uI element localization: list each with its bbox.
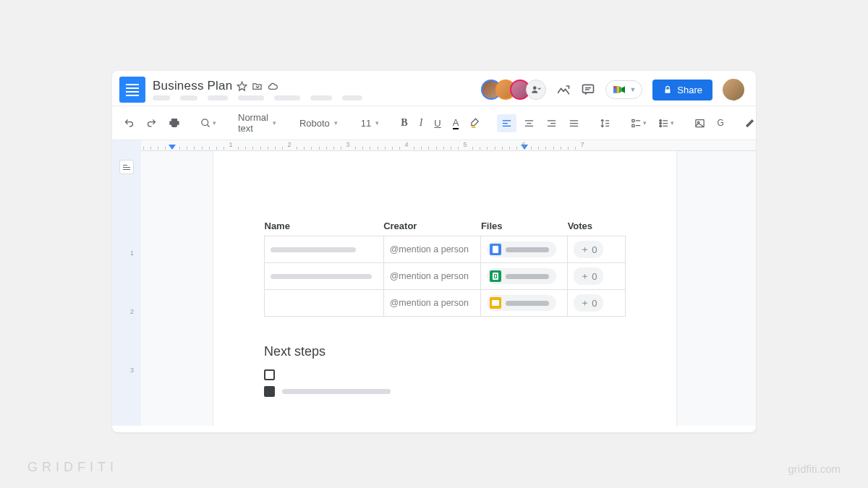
- slides-file-icon: [490, 297, 501, 309]
- next-steps-heading[interactable]: Next steps: [264, 344, 626, 359]
- highlight-button[interactable]: [466, 114, 485, 132]
- document-area: 123 Name Creator Files Votes @mention a …: [112, 151, 756, 426]
- profile-avatar-icon[interactable]: [723, 79, 744, 100]
- line-spacing-button[interactable]: [595, 114, 615, 132]
- text-color-button[interactable]: A: [448, 114, 464, 133]
- checklist-item[interactable]: [264, 386, 626, 397]
- insert-image-button[interactable]: [690, 114, 710, 132]
- move-folder-icon[interactable]: [252, 81, 263, 92]
- svg-rect-5: [665, 89, 671, 93]
- ruler-h-label: 5: [463, 141, 467, 148]
- checkbox-checked-icon[interactable]: [264, 386, 275, 397]
- vote-chip[interactable]: ＋0: [574, 241, 603, 258]
- editing-mode-button[interactable]: ▾: [740, 114, 756, 132]
- style-dropdown[interactable]: Normal text▾: [232, 109, 282, 137]
- col-header-files: Files: [481, 216, 568, 236]
- watermark-url: gridfiti.com: [788, 463, 841, 475]
- table-row[interactable]: @mention a person ＋0: [265, 236, 626, 263]
- lock-icon: [663, 85, 673, 95]
- col-header-name: Name: [265, 216, 384, 236]
- align-left-button[interactable]: [497, 114, 516, 132]
- mention-cell[interactable]: @mention a person: [383, 290, 481, 317]
- plus-icon: ＋: [580, 296, 590, 309]
- vote-chip[interactable]: ＋0: [574, 294, 603, 312]
- watermark-logo: GRIDFITI: [27, 460, 118, 475]
- svg-line-7: [207, 124, 209, 127]
- share-label: Share: [677, 85, 702, 95]
- meet-button[interactable]: ▼: [605, 80, 642, 99]
- title-area: Business Plan: [153, 79, 480, 100]
- share-button[interactable]: Share: [652, 80, 712, 100]
- canvas[interactable]: Name Creator Files Votes @mention a pers…: [141, 151, 756, 426]
- header-right: ▼ Share: [487, 79, 744, 100]
- toolbar: ▾ Normal text▾ Roboto▾ 11▾ B I U A ▾ ▾ G…: [112, 106, 756, 140]
- table-row[interactable]: @mention a person ＋0: [265, 263, 626, 290]
- bullet-list-button[interactable]: ▾: [654, 114, 678, 132]
- plus-icon: ＋: [580, 270, 590, 283]
- svg-rect-24: [632, 119, 634, 121]
- file-chip-docs[interactable]: [487, 241, 556, 257]
- table-row[interactable]: @mention a person ＋0: [265, 290, 626, 317]
- anonymous-avatar-icon[interactable]: [526, 80, 546, 100]
- document-title[interactable]: Business Plan: [153, 79, 232, 93]
- svg-point-28: [660, 119, 662, 121]
- ruler-horizontal[interactable]: 1234567: [112, 140, 756, 151]
- align-justify-button[interactable]: [564, 114, 584, 132]
- redo-button[interactable]: [142, 114, 161, 132]
- plus-icon: ＋: [580, 243, 590, 256]
- mention-cell[interactable]: @mention a person: [383, 263, 481, 290]
- ruler-h-label: 7: [580, 141, 584, 148]
- svg-point-6: [202, 119, 208, 125]
- file-chip-slides[interactable]: [487, 295, 556, 311]
- sheets-file-icon: [490, 270, 501, 282]
- chevron-down-icon: ▼: [629, 86, 636, 93]
- align-center-button[interactable]: [519, 114, 539, 132]
- ruler-vertical[interactable]: 123: [112, 151, 141, 426]
- comments-icon[interactable]: [581, 82, 595, 97]
- font-dropdown[interactable]: Roboto▾: [294, 115, 344, 132]
- svg-marker-0: [238, 82, 247, 90]
- ruler-v-label: 1: [130, 249, 134, 257]
- svg-point-30: [660, 122, 662, 124]
- header: Business Plan: [112, 71, 756, 106]
- docs-file-icon: [490, 244, 501, 255]
- menu-bar[interactable]: [153, 95, 480, 100]
- content-table[interactable]: Name Creator Files Votes @mention a pers…: [264, 216, 626, 317]
- col-header-votes: Votes: [568, 216, 626, 236]
- docs-logo-icon[interactable]: [119, 77, 145, 103]
- ruler-h-label: 4: [404, 141, 408, 148]
- font-size-dropdown[interactable]: 11▾: [355, 115, 385, 132]
- clear-formatting-button[interactable]: G: [712, 114, 728, 132]
- checklist[interactable]: [264, 369, 626, 397]
- collaborator-avatars[interactable]: [487, 80, 546, 100]
- svg-rect-26: [632, 124, 634, 127]
- ruler-h-label: 1: [229, 141, 232, 148]
- print-button[interactable]: [164, 114, 184, 132]
- file-chip-sheets[interactable]: [487, 268, 556, 284]
- underline-button[interactable]: U: [430, 114, 445, 132]
- activity-icon[interactable]: [556, 82, 571, 97]
- ruler-h-label: 6: [522, 141, 525, 148]
- docs-window: Business Plan: [112, 71, 756, 432]
- outline-toggle-button[interactable]: [119, 160, 134, 174]
- checklist-button[interactable]: ▾: [626, 114, 651, 132]
- bold-button[interactable]: B: [396, 114, 412, 132]
- align-right-button[interactable]: [542, 114, 561, 132]
- meet-icon: [612, 84, 626, 95]
- ruler-h-label: 2: [287, 141, 291, 148]
- mention-cell[interactable]: @mention a person: [383, 236, 481, 263]
- zoom-button[interactable]: ▾: [196, 114, 221, 132]
- checklist-item[interactable]: [264, 369, 626, 380]
- vote-chip[interactable]: ＋0: [574, 267, 603, 285]
- ruler-v-label: 3: [130, 367, 134, 374]
- star-icon[interactable]: [237, 81, 247, 92]
- col-header-creator: Creator: [383, 216, 481, 236]
- italic-button[interactable]: I: [415, 114, 427, 132]
- undo-button[interactable]: [119, 114, 139, 132]
- cloud-status-icon[interactable]: [267, 81, 278, 92]
- svg-point-32: [660, 125, 662, 127]
- ruler-h-label: 3: [346, 141, 349, 148]
- svg-point-1: [533, 86, 537, 90]
- page[interactable]: Name Creator Files Votes @mention a pers…: [213, 151, 676, 426]
- checkbox-unchecked-icon[interactable]: [264, 369, 275, 380]
